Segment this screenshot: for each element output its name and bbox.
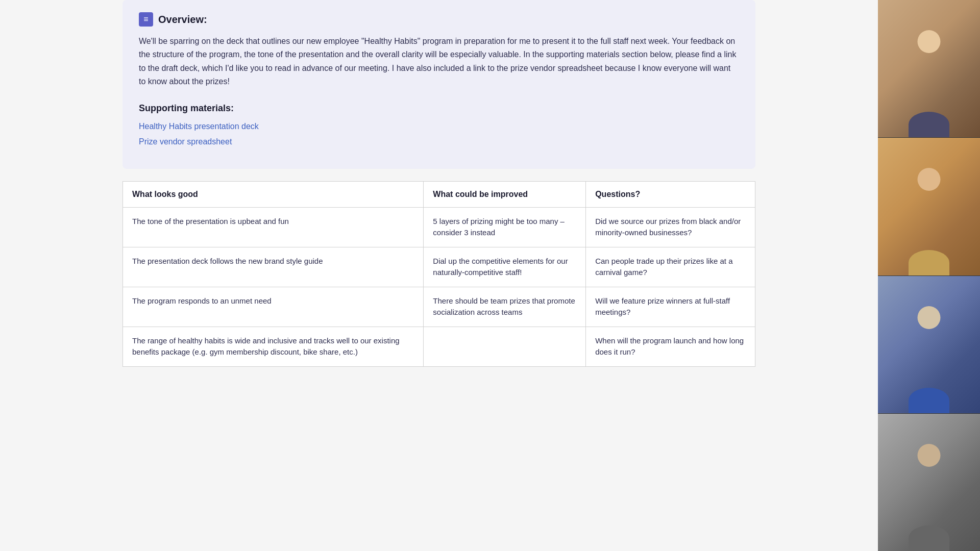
video-panel <box>878 0 980 551</box>
table-row: The tone of the presentation is upbeat a… <box>123 207 755 247</box>
col-header-good: What looks good <box>123 181 424 207</box>
cell-improve-2: There should be team prizes that promote… <box>424 287 586 327</box>
supporting-materials: Supporting materials: Healthy Habits pre… <box>139 103 739 146</box>
cell-improve-1: Dial up the competitive elements for our… <box>424 247 586 287</box>
overview-header: ≡ Overview: <box>139 12 739 27</box>
cell-good-3: The range of healthy habits is wide and … <box>123 327 424 366</box>
feedback-table: What looks good What could be improved Q… <box>122 181 755 367</box>
table-header-row: What looks good What could be improved Q… <box>123 181 755 207</box>
person-body-3 <box>909 388 949 413</box>
video-tile-4 <box>878 414 980 551</box>
person-body-1 <box>909 112 949 137</box>
prize-vendor-link[interactable]: Prize vendor spreadsheet <box>139 137 739 146</box>
table-row: The range of healthy habits is wide and … <box>123 327 755 366</box>
col-header-improve: What could be improved <box>424 181 586 207</box>
video-tile-1 <box>878 0 980 138</box>
col-header-questions: Questions? <box>586 181 755 207</box>
cell-improve-3 <box>424 327 586 366</box>
video-person-1 <box>878 0 980 137</box>
main-content: ≡ Overview: We'll be sparring on the dec… <box>0 0 878 551</box>
cell-questions-0: Did we source our prizes from black and/… <box>586 207 755 247</box>
video-tile-2 <box>878 138 980 276</box>
person-head-3 <box>918 306 941 329</box>
person-head-4 <box>918 444 941 467</box>
person-body-4 <box>909 525 949 551</box>
supporting-materials-title: Supporting materials: <box>139 103 739 114</box>
cell-improve-0: 5 layers of prizing might be too many – … <box>424 207 586 247</box>
healthy-habits-link[interactable]: Healthy Habits presentation deck <box>139 122 739 131</box>
video-person-3 <box>878 276 980 413</box>
cell-good-0: The tone of the presentation is upbeat a… <box>123 207 424 247</box>
table-row: The presentation deck follows the new br… <box>123 247 755 287</box>
cell-questions-3: When will the program launch and how lon… <box>586 327 755 366</box>
person-head-1 <box>918 30 941 53</box>
person-head-2 <box>918 168 941 191</box>
overview-icon: ≡ <box>139 12 153 27</box>
cell-questions-1: Can people trade up their prizes like at… <box>586 247 755 287</box>
overview-section: ≡ Overview: We'll be sparring on the dec… <box>122 0 755 169</box>
person-body-2 <box>909 250 949 276</box>
table-row: The program responds to an unmet needThe… <box>123 287 755 327</box>
video-person-2 <box>878 138 980 275</box>
overview-body: We'll be sparring on the deck that outli… <box>139 35 739 89</box>
video-tile-3 <box>878 276 980 414</box>
cell-good-2: The program responds to an unmet need <box>123 287 424 327</box>
cell-good-1: The presentation deck follows the new br… <box>123 247 424 287</box>
video-person-4 <box>878 414 980 551</box>
overview-title: Overview: <box>158 14 207 26</box>
cell-questions-2: Will we feature prize winners at full-st… <box>586 287 755 327</box>
